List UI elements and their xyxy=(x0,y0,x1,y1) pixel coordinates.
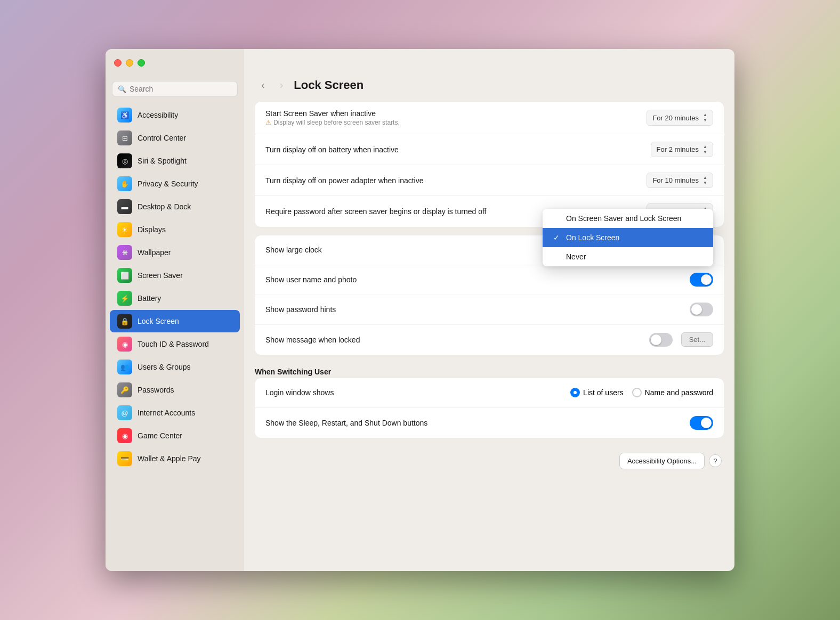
dropdown-item-screen-saver[interactable]: On Screen Saver and Lock Screen xyxy=(543,209,713,228)
sidebar-item-label-accessibility: Accessibility xyxy=(138,111,178,119)
sidebar-item-label-siri-spotlight: Siri & Spotlight xyxy=(138,157,187,165)
login-window-radio-group: List of users Name and password xyxy=(570,388,713,397)
search-bar[interactable]: 🔍 xyxy=(112,81,238,97)
battery-icon: ⚡ xyxy=(117,291,132,306)
sidebar-item-wallet-applepay[interactable]: 💳Wallet & Apple Pay xyxy=(110,447,240,470)
wallet-applepay-icon: 💳 xyxy=(117,451,132,466)
sidebar-item-passwords[interactable]: 🔑Passwords xyxy=(110,379,240,401)
privacy-security-icon: ✋ xyxy=(117,176,132,191)
show-message-row: Show message when locked Set... xyxy=(255,325,724,355)
screen-saver-sublabel: ⚠ Display will sleep before screen saver… xyxy=(265,119,647,126)
display-off-battery-row: Turn display off on battery when inactiv… xyxy=(255,134,724,165)
show-password-hints-toggle[interactable] xyxy=(690,303,713,316)
touch-id-icon: ◉ xyxy=(117,337,132,352)
help-button[interactable]: ? xyxy=(709,454,722,467)
sidebar-item-battery[interactable]: ⚡Battery xyxy=(110,287,240,309)
sidebar-item-wallpaper[interactable]: ❋Wallpaper xyxy=(110,241,240,264)
radio-name-password[interactable]: Name and password xyxy=(632,388,713,397)
dropdown-item-never[interactable]: Never xyxy=(543,247,713,266)
sidebar-item-desktop-dock[interactable]: ▬Desktop & Dock xyxy=(110,195,240,218)
radio-circle-name-password xyxy=(632,388,642,397)
control-center-icon: ⊞ xyxy=(117,130,132,145)
stepper-arrows-3: ▲▼ xyxy=(703,175,707,185)
sidebar-item-label-desktop-dock: Desktop & Dock xyxy=(138,202,191,211)
sidebar-items-container: ♿Accessibility⊞Control Center◎Siri & Spo… xyxy=(106,103,244,470)
sidebar-item-touch-id[interactable]: ◉Touch ID & Password xyxy=(110,333,240,355)
stepper-arrows-2: ▲▼ xyxy=(703,144,707,154)
sidebar-item-accessibility[interactable]: ♿Accessibility xyxy=(110,104,240,126)
passwords-icon: 🔑 xyxy=(117,382,132,397)
sidebar-item-label-game-center: Game Center xyxy=(138,431,182,440)
toggle-knob-4 xyxy=(651,335,661,345)
radio-list-users[interactable]: List of users xyxy=(570,388,623,397)
sidebar-item-label-privacy-security: Privacy & Security xyxy=(138,180,198,188)
radio-circle-list-users xyxy=(570,388,580,397)
sidebar-item-label-control-center: Control Center xyxy=(138,134,186,142)
display-off-adapter-label: Turn display off on power adapter when i… xyxy=(265,176,647,185)
main-content: ‹ › Lock Screen Start Screen Saver when … xyxy=(244,49,734,571)
sidebar-item-label-internet-accounts: Internet Accounts xyxy=(138,409,195,417)
screen-saver-label: Start Screen Saver when inactive ⚠ Displ… xyxy=(265,109,647,126)
page-title: Lock Screen xyxy=(294,78,364,92)
display-settings-panel: Start Screen Saver when inactive ⚠ Displ… xyxy=(255,102,724,227)
maximize-button[interactable] xyxy=(138,59,145,67)
screen-saver-row: Start Screen Saver when inactive ⚠ Displ… xyxy=(255,102,724,134)
main-header: ‹ › Lock Screen xyxy=(244,77,734,102)
when-switching-user-header: When Switching User xyxy=(244,363,734,378)
sidebar-item-label-battery: Battery xyxy=(138,294,161,303)
search-input[interactable] xyxy=(130,85,232,93)
sidebar-item-label-screen-saver: Screen Saver xyxy=(138,271,183,280)
show-message-label: Show message when locked xyxy=(265,336,649,344)
accessibility-icon: ♿ xyxy=(117,108,132,123)
sidebar: 🔍 ♿Accessibility⊞Control Center◎Siri & S… xyxy=(106,49,244,571)
accessibility-options-button[interactable]: Accessibility Options... xyxy=(619,453,705,469)
minimize-button[interactable] xyxy=(126,59,133,67)
sidebar-item-label-touch-id: Touch ID & Password xyxy=(138,340,209,348)
display-off-adapter-stepper[interactable]: For 10 minutes ▲▼ xyxy=(647,173,713,188)
sidebar-item-privacy-security[interactable]: ✋Privacy & Security xyxy=(110,173,240,195)
show-password-hints-row: Show password hints xyxy=(255,295,724,325)
sidebar-item-label-wallet-applepay: Wallet & Apple Pay xyxy=(138,454,201,463)
sleep-restart-toggle[interactable] xyxy=(690,416,713,430)
sidebar-item-screen-saver[interactable]: ⬜Screen Saver xyxy=(110,264,240,287)
lock-screen-icon: 🔒 xyxy=(117,314,132,329)
sidebar-item-internet-accounts[interactable]: @Internet Accounts xyxy=(110,402,240,424)
toggle-knob-5 xyxy=(701,418,712,428)
sidebar-item-displays[interactable]: ☀Displays xyxy=(110,218,240,241)
show-user-name-label: Show user name and photo xyxy=(265,275,690,284)
display-off-adapter-row: Turn display off on power adapter when i… xyxy=(255,165,724,196)
sidebar-item-control-center[interactable]: ⊞Control Center xyxy=(110,127,240,149)
set-message-button[interactable]: Set... xyxy=(681,332,713,347)
toggle-knob-3 xyxy=(691,304,702,315)
internet-accounts-icon: @ xyxy=(117,405,132,420)
show-message-toggle[interactable] xyxy=(649,333,673,347)
show-user-name-toggle[interactable] xyxy=(690,273,713,287)
login-window-label: Login window shows xyxy=(265,388,570,397)
dropdown-item-lock-screen[interactable]: ✓ On Lock Screen xyxy=(543,228,713,247)
sidebar-item-label-displays: Displays xyxy=(138,225,166,234)
sidebar-item-users-groups[interactable]: 👥Users & Groups xyxy=(110,356,240,378)
display-off-battery-label: Turn display off on battery when inactiv… xyxy=(265,145,651,154)
bottom-bar: Accessibility Options... ? xyxy=(244,446,734,476)
forward-button[interactable]: › xyxy=(276,77,288,93)
sidebar-item-siri-spotlight[interactable]: ◎Siri & Spotlight xyxy=(110,150,240,172)
sidebar-item-label-passwords: Passwords xyxy=(138,386,174,394)
sidebar-item-game-center[interactable]: ◉Game Center xyxy=(110,425,240,447)
back-button[interactable]: ‹ xyxy=(257,77,269,93)
users-groups-icon: 👥 xyxy=(117,360,132,374)
show-user-name-row: Show user name and photo xyxy=(255,265,724,295)
sleep-restart-label: Show the Sleep, Restart, and Shut Down b… xyxy=(265,419,690,427)
screen-saver-stepper[interactable]: For 20 minutes ▲▼ xyxy=(647,110,713,125)
warning-icon: ⚠ xyxy=(265,119,271,126)
stepper-arrows: ▲▼ xyxy=(703,112,707,123)
sidebar-item-label-lock-screen: Lock Screen xyxy=(138,317,179,325)
search-icon: 🔍 xyxy=(118,85,126,93)
show-password-hints-label: Show password hints xyxy=(265,305,690,314)
sidebar-item-label-users-groups: Users & Groups xyxy=(138,363,191,371)
sidebar-item-label-wallpaper: Wallpaper xyxy=(138,248,171,257)
sidebar-item-lock-screen[interactable]: 🔒Lock Screen xyxy=(110,310,240,332)
close-button[interactable] xyxy=(114,59,122,67)
sleep-restart-row: Show the Sleep, Restart, and Shut Down b… xyxy=(255,408,724,438)
display-off-battery-stepper[interactable]: For 2 minutes ▲▼ xyxy=(651,142,713,157)
login-window-row: Login window shows List of users Name an… xyxy=(255,378,724,408)
